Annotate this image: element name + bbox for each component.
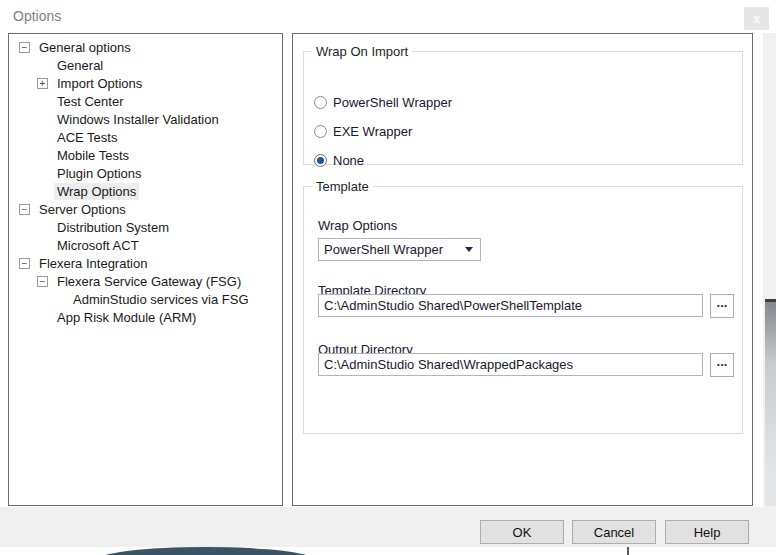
- radio-icon[interactable]: [314, 125, 327, 138]
- tree-item-label: Distribution System: [54, 219, 172, 236]
- collapse-icon[interactable]: −: [19, 42, 30, 53]
- group-title: Template: [312, 179, 373, 194]
- wrap-options-dropdown[interactable]: PowerShell Wrapper: [318, 238, 481, 261]
- tree-item-label: AdminStudio services via FSG: [70, 291, 252, 308]
- browse-output-directory-button[interactable]: ...: [710, 353, 734, 377]
- tree-item-label: App Risk Module (ARM): [54, 309, 199, 326]
- ok-button[interactable]: OK: [480, 520, 564, 544]
- expand-icon[interactable]: +: [37, 78, 48, 89]
- tree-item-server-options[interactable]: − Server Options: [9, 200, 282, 218]
- collapse-icon[interactable]: −: [19, 204, 30, 215]
- output-directory-input[interactable]: [318, 353, 703, 376]
- close-icon: x: [753, 13, 760, 25]
- tree-item-ace-tests[interactable]: ACE Tests: [9, 128, 282, 146]
- tree-item-label: Plugin Options: [54, 165, 145, 182]
- cancel-button[interactable]: Cancel: [572, 520, 656, 544]
- radio-powershell-wrapper[interactable]: PowerShell Wrapper: [314, 94, 452, 110]
- background-scrollbar: [765, 302, 776, 506]
- background-artifact: [0, 547, 776, 555]
- wrap-on-import-group: Wrap On Import PowerShell Wrapper EXE Wr…: [303, 51, 743, 165]
- template-directory-input[interactable]: [318, 294, 703, 317]
- tree-item-label: General options: [36, 39, 134, 56]
- tree-item-label: Windows Installer Validation: [54, 111, 222, 128]
- chevron-down-icon: [465, 247, 473, 252]
- tree-item-label: Wrap Options: [54, 183, 139, 200]
- radio-none[interactable]: None: [314, 152, 364, 168]
- tree-item-label: Import Options: [54, 75, 145, 92]
- tree-item-label: Flexera Integration: [36, 255, 150, 272]
- tree-item-label: Microsoft ACT: [54, 237, 142, 254]
- tree-item-label: Server Options: [36, 201, 129, 218]
- tree-item-windows-installer-validation[interactable]: Windows Installer Validation: [9, 110, 282, 128]
- radio-exe-wrapper[interactable]: EXE Wrapper: [314, 123, 412, 139]
- tree-item-general-options[interactable]: − General options: [9, 38, 282, 56]
- options-content: Wrap On Import PowerShell Wrapper EXE Wr…: [292, 33, 753, 506]
- tree-item-general[interactable]: General: [9, 56, 282, 74]
- dialog-title: Options: [13, 8, 61, 24]
- collapse-icon[interactable]: −: [37, 276, 48, 287]
- screen: Options x − General options General + Im…: [0, 0, 776, 555]
- tree-item-microsoft-act[interactable]: Microsoft ACT: [9, 236, 282, 254]
- tree-item-flexera-service-gateway[interactable]: − Flexera Service Gateway (FSG): [9, 272, 282, 290]
- background-graphic: [95, 547, 317, 555]
- radio-label: PowerShell Wrapper: [333, 95, 452, 110]
- group-title: Wrap On Import: [312, 44, 412, 59]
- radio-icon[interactable]: [314, 96, 327, 109]
- template-group: Template Wrap Options PowerShell Wrapper…: [303, 186, 743, 434]
- tree-item-app-risk-module[interactable]: App Risk Module (ARM): [9, 308, 282, 326]
- wrap-options-label: Wrap Options: [318, 218, 397, 233]
- tree-item-import-options[interactable]: + Import Options: [9, 74, 282, 92]
- options-tree: − General options General + Import Optio…: [8, 33, 283, 506]
- dropdown-value: PowerShell Wrapper: [319, 242, 465, 257]
- collapse-icon[interactable]: −: [19, 258, 30, 269]
- radio-label: None: [333, 153, 364, 168]
- browse-template-directory-button[interactable]: ...: [710, 294, 734, 318]
- radio-label: EXE Wrapper: [333, 124, 412, 139]
- tree-item-test-center[interactable]: Test Center: [9, 92, 282, 110]
- tree-item-label: Mobile Tests: [54, 147, 132, 164]
- help-button[interactable]: Help: [665, 520, 749, 544]
- dialog-footer: OK Cancel Help: [0, 507, 776, 547]
- tree-item-flexera-integration[interactable]: − Flexera Integration: [9, 254, 282, 272]
- tree-item-label: General: [54, 57, 106, 74]
- close-button[interactable]: x: [744, 7, 769, 30]
- tree-item-mobile-tests[interactable]: Mobile Tests: [9, 146, 282, 164]
- background-artifact: [627, 547, 629, 555]
- radio-icon[interactable]: [314, 154, 327, 167]
- tree-item-wrap-options[interactable]: Wrap Options: [9, 182, 282, 200]
- tree-item-label: Test Center: [54, 93, 126, 110]
- tree-item-plugin-options[interactable]: Plugin Options: [9, 164, 282, 182]
- tree-item-label: ACE Tests: [54, 129, 120, 146]
- dialog-titlebar: Options x: [0, 0, 763, 33]
- tree-item-distribution-system[interactable]: Distribution System: [9, 218, 282, 236]
- tree-item-adminstudio-services-via-fsg[interactable]: AdminStudio services via FSG: [9, 290, 282, 308]
- tree-item-label: Flexera Service Gateway (FSG): [54, 273, 244, 290]
